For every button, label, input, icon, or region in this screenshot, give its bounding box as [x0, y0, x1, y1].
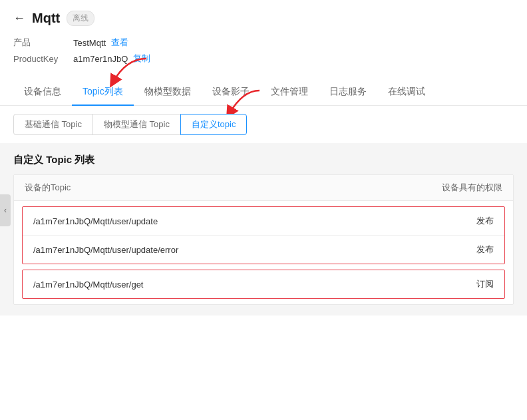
page-container: ← Mqtt 离线 产品 TestMqtt 查看 ProductKey a1m7… — [0, 0, 527, 420]
permission-label: 发布 — [476, 244, 494, 256]
tab-file-management[interactable]: 文件管理 — [260, 79, 319, 106]
tab-topic-list[interactable]: Topic列表 — [72, 79, 134, 106]
productkey-label: ProductKey — [13, 54, 73, 64]
permission-label: 订阅 — [476, 278, 494, 290]
page-title: Mqtt — [32, 11, 60, 26]
table-header: 设备的Topic 设备具有的权限 — [14, 175, 513, 201]
topic-row: /a1m7er1nJbQ/Mqtt/user/update 发布 — [23, 207, 504, 236]
product-link[interactable]: 查看 — [111, 37, 128, 49]
status-badge: 离线 — [67, 11, 94, 26]
topic-row: /a1m7er1nJbQ/Mqtt/user/get 订阅 — [23, 270, 504, 298]
productkey-copy-link[interactable]: 复制 — [133, 53, 150, 65]
tab-device-shadow[interactable]: 设备影子 — [202, 79, 260, 106]
meta-info: 产品 TestMqtt 查看 ProductKey a1m7er1nJbQ 复制 — [0, 34, 527, 77]
back-button[interactable]: ← — [13, 11, 25, 25]
product-label: 产品 — [13, 37, 73, 49]
col-topic-header: 设备的Topic — [25, 182, 71, 194]
subtab-basic-topic[interactable]: 基础通信 Topic — [13, 114, 93, 135]
content-area: 自定义 Topic 列表 设备的Topic 设备具有的权限 /a1m7er1nJ… — [0, 143, 527, 315]
topic-path: /a1m7er1nJbQ/Mqtt/user/update/error — [33, 245, 178, 255]
tab-thing-model[interactable]: 物模型数据 — [134, 79, 202, 106]
topic-group-2: /a1m7er1nJbQ/Mqtt/user/get 订阅 — [22, 270, 505, 299]
topic-group-1: /a1m7er1nJbQ/Mqtt/user/update 发布 /a1m7er… — [22, 206, 505, 264]
col-permission-header: 设备具有的权限 — [442, 182, 502, 194]
productkey-row: ProductKey a1m7er1nJbQ 复制 — [13, 53, 514, 65]
productkey-value: a1m7er1nJbQ — [73, 54, 128, 64]
permission-label: 发布 — [476, 215, 494, 227]
subtab-thing-model-topic[interactable]: 物模型通信 Topic — [92, 114, 181, 135]
product-row: 产品 TestMqtt 查看 — [13, 37, 514, 49]
collapse-handle[interactable]: ‹ — [0, 194, 11, 226]
topic-path: /a1m7er1nJbQ/Mqtt/user/update — [33, 216, 158, 226]
nav-tabs: 设备信息 Topic列表 物模型数据 设备影子 文件管理 日志服务 在线调试 — [0, 79, 527, 106]
subtab-custom-topic[interactable]: 自定义topic — [180, 114, 247, 135]
topic-table: 设备的Topic 设备具有的权限 /a1m7er1nJbQ/Mqtt/user/… — [13, 174, 514, 305]
tab-online-debug[interactable]: 在线调试 — [377, 79, 436, 106]
topic-row: /a1m7er1nJbQ/Mqtt/user/update/error 发布 — [23, 236, 504, 264]
tab-log-service[interactable]: 日志服务 — [319, 79, 377, 106]
header: ← Mqtt 离线 — [0, 0, 527, 34]
section-title: 自定义 Topic 列表 — [13, 154, 514, 166]
sub-tabs: 基础通信 Topic 物模型通信 Topic 自定义topic — [0, 106, 527, 135]
tab-device-info[interactable]: 设备信息 — [13, 79, 72, 106]
product-value: TestMqtt — [73, 38, 106, 48]
topic-path: /a1m7er1nJbQ/Mqtt/user/get — [33, 280, 143, 290]
